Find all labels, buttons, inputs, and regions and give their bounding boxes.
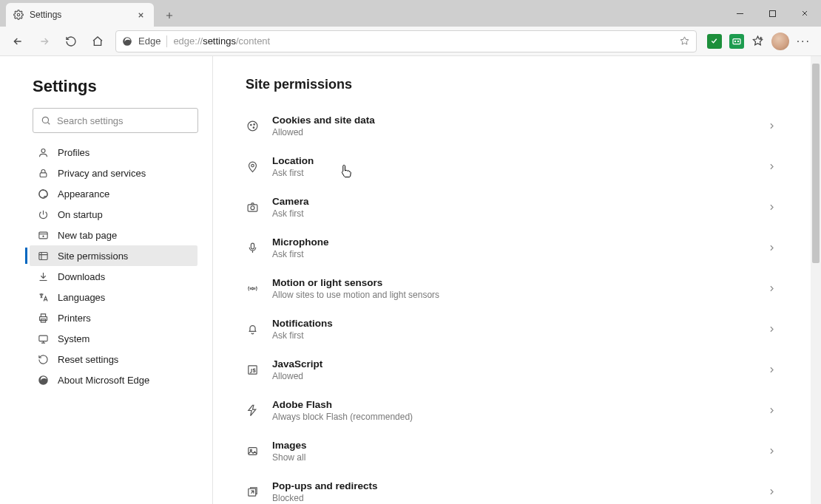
chevron-right-icon <box>767 406 777 415</box>
favorite-star-icon[interactable] <box>679 35 690 47</box>
search-input[interactable] <box>57 115 190 126</box>
camera-icon <box>246 201 259 214</box>
appearance-icon <box>37 188 49 200</box>
nav-profiles[interactable]: Profiles <box>30 142 197 163</box>
nav-reset[interactable]: Reset settings <box>30 349 197 370</box>
reset-icon <box>37 353 49 365</box>
settings-heading: Settings <box>33 77 197 96</box>
browser-tab[interactable]: Settings <box>6 3 154 27</box>
nav-about[interactable]: About Microsoft Edge <box>30 370 197 390</box>
chevron-right-icon <box>767 487 777 497</box>
chevron-right-icon <box>767 162 777 171</box>
close-tab-button[interactable] <box>135 9 146 21</box>
scroll-thumb[interactable] <box>812 64 820 263</box>
perm-microphone[interactable]: MicrophoneAsk first <box>246 228 780 268</box>
svg-rect-1 <box>769 10 775 16</box>
tab-title: Settings <box>30 10 129 20</box>
perm-javascript[interactable]: JavaScriptAllowed <box>246 350 780 390</box>
svg-rect-2 <box>733 38 740 44</box>
refresh-button[interactable] <box>59 30 83 53</box>
close-window-button[interactable] <box>788 0 821 27</box>
cookie-icon <box>246 120 259 132</box>
printer-icon <box>37 312 49 324</box>
extension-badge-1[interactable] <box>707 34 722 49</box>
svg-rect-7 <box>40 172 47 177</box>
scrollbar[interactable] <box>811 56 821 504</box>
toolbar-right: ··· <box>703 33 815 50</box>
page-title: Site permissions <box>246 77 780 92</box>
chevron-right-icon <box>767 202 777 212</box>
nav-newtab[interactable]: New tab page <box>30 225 197 245</box>
chevron-right-icon <box>767 446 777 456</box>
newtab-icon <box>37 229 49 241</box>
forward-button[interactable] <box>33 30 56 53</box>
perm-location[interactable]: LocationAsk first <box>246 146 780 187</box>
microphone-icon <box>246 242 259 254</box>
perm-notifications[interactable]: NotificationsAsk first <box>246 309 780 350</box>
svg-point-14 <box>248 121 257 131</box>
perm-flash[interactable]: Adobe FlashAlways block Flash (recommend… <box>246 390 780 431</box>
svg-point-4 <box>737 41 738 41</box>
nav-site-permissions[interactable]: Site permissions <box>30 245 197 266</box>
svg-point-5 <box>42 117 48 123</box>
perm-images[interactable]: ImagesShow all <box>246 431 780 471</box>
nav-languages[interactable]: Languages <box>30 287 197 307</box>
nav-appearance[interactable]: Appearance <box>30 183 197 204</box>
system-icon <box>37 333 49 344</box>
gear-icon <box>13 10 24 20</box>
flash-icon <box>246 404 259 417</box>
nav-privacy[interactable]: Privacy and services <box>30 163 197 183</box>
svg-rect-21 <box>251 243 254 249</box>
address-divider <box>166 35 167 47</box>
chevron-right-icon <box>767 324 777 334</box>
svg-point-0 <box>17 13 20 16</box>
nav-downloads[interactable]: Downloads <box>30 266 197 287</box>
svg-point-3 <box>734 41 735 41</box>
search-settings[interactable] <box>33 108 198 133</box>
chevron-right-icon <box>767 284 777 293</box>
svg-point-16 <box>253 127 254 128</box>
svg-rect-23 <box>248 366 256 374</box>
settings-sidebar: Settings Profiles Privacy and services A… <box>0 56 213 504</box>
perm-popups[interactable]: Pop-ups and redirectsBlocked <box>246 471 780 504</box>
image-icon <box>246 445 259 457</box>
nav-printers[interactable]: Printers <box>30 307 197 328</box>
more-menu-button[interactable]: ··· <box>797 35 811 48</box>
minimize-button[interactable] <box>723 0 756 27</box>
edge-logo-icon <box>37 374 49 386</box>
svg-point-17 <box>253 124 254 125</box>
location-icon <box>246 160 259 173</box>
nav-startup[interactable]: On startup <box>30 204 197 225</box>
svg-point-20 <box>251 206 254 210</box>
lock-icon <box>37 167 49 179</box>
extension-badge-2[interactable] <box>729 34 744 49</box>
toolbar: Edge edge://settings/content ··· <box>0 27 821 56</box>
svg-rect-10 <box>38 252 47 259</box>
window-controls <box>723 0 821 27</box>
home-button[interactable] <box>86 30 109 53</box>
back-button[interactable] <box>6 30 30 53</box>
url-text: edge://settings/content <box>173 35 270 47</box>
profile-avatar[interactable] <box>771 33 789 50</box>
svg-rect-13 <box>38 336 47 341</box>
settings-nav: Profiles Privacy and services Appearance… <box>30 142 197 390</box>
sensor-icon <box>246 282 259 295</box>
bell-icon <box>246 323 259 336</box>
svg-point-15 <box>250 124 251 125</box>
popup-icon <box>246 486 259 498</box>
nav-system[interactable]: System <box>30 328 197 349</box>
favorites-icon[interactable] <box>751 35 764 47</box>
search-icon <box>41 115 51 126</box>
perm-cookies[interactable]: Cookies and site dataAllowed <box>246 106 780 146</box>
maximize-button[interactable] <box>756 0 788 27</box>
permissions-icon <box>37 250 49 262</box>
chevron-right-icon <box>767 121 777 131</box>
new-tab-button[interactable] <box>158 4 180 27</box>
download-icon <box>37 270 49 282</box>
person-icon <box>37 146 49 158</box>
power-icon <box>37 208 49 220</box>
perm-camera[interactable]: CameraAsk first <box>246 187 780 228</box>
svg-point-6 <box>41 149 45 152</box>
perm-motion[interactable]: Motion or light sensorsAllow sites to us… <box>246 268 780 309</box>
address-bar[interactable]: Edge edge://settings/content <box>115 30 697 52</box>
